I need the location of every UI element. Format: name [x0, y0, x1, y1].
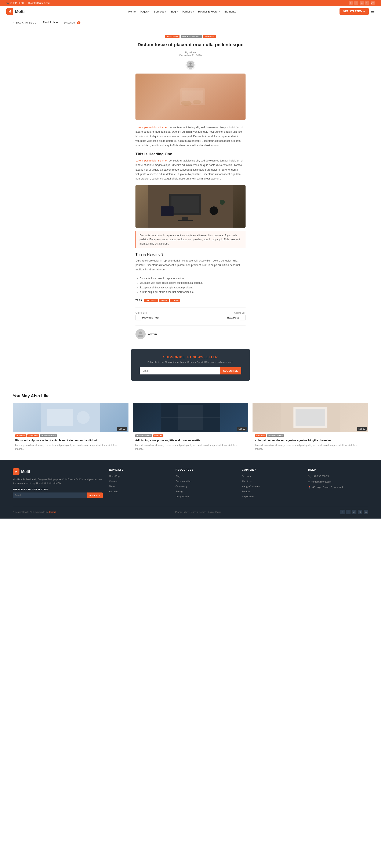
next-post-link[interactable]: Next Post →: [227, 315, 246, 320]
footer-link-happy-customers[interactable]: Happy Customers: [242, 485, 261, 488]
footer-logo-icon: M: [13, 468, 20, 475]
terms-link[interactable]: Terms of Service: [190, 511, 206, 513]
nav-header-footer[interactable]: Header & Footer ▾: [198, 10, 220, 13]
footer-link-portfolio[interactable]: Portfolio: [242, 490, 250, 493]
read-article-tab[interactable]: Read Article: [43, 17, 58, 28]
card-1-image: Dec 22: [13, 403, 129, 432]
newsletter-subscribe-button[interactable]: SUBSCRIBE: [220, 367, 241, 374]
privacy-policy-link[interactable]: Privacy Policy: [175, 511, 188, 513]
post-tag-2[interactable]: IPSUM: [159, 299, 169, 302]
back-to-blog-link[interactable]: ← BACK TO BLOG: [13, 18, 37, 28]
footer-logo: M Molti: [13, 468, 103, 475]
footer-googleplus-icon[interactable]: g+: [358, 510, 362, 514]
person-icon: [187, 62, 194, 68]
next-post-nav: Click to See Next Post →: [227, 312, 246, 320]
link-text-2[interactable]: Lorem ipsum dolor sit amet,: [135, 159, 168, 162]
logo[interactable]: M Molti: [6, 8, 25, 15]
nav-elements[interactable]: Elements: [224, 10, 236, 13]
footer-link-news[interactable]: News: [109, 485, 115, 488]
discussion-count: 0: [77, 22, 80, 24]
footer-navigate-title: NAVIGATE: [109, 468, 169, 471]
footer-navigate-col: NAVIGATE HomePage Careers News Affiliate…: [109, 468, 169, 500]
newsletter-email-input[interactable]: [140, 367, 220, 374]
previous-post-link[interactable]: ← Previous Post: [135, 315, 159, 320]
footer-rss-icon[interactable]: rss: [363, 510, 368, 514]
get-started-button[interactable]: GET STARTED →: [340, 8, 369, 14]
card-1-tags: BUSINESS FEATURED UNCATEGORIZED: [15, 434, 126, 437]
footer-resources-col: RESOURCES Blog Documentation Community P…: [175, 468, 236, 500]
card-2-image: Dec 22: [133, 403, 248, 432]
footer-email: ✉ contact@molti.com: [308, 480, 368, 484]
article-body-2: Lorem ipsum dolor sit amet, consectetur …: [135, 158, 246, 181]
post-tag-3[interactable]: LOREM: [170, 299, 180, 302]
footer-link-pricing[interactable]: Pricing: [175, 490, 183, 493]
footer-company-links: Services About Us Happy Customers Portfo…: [242, 474, 302, 498]
article-image-2: [135, 185, 246, 227]
tag-website: WEBSITE: [203, 35, 216, 38]
post-navigation: Click to See ← Previous Post Click to Se…: [135, 307, 246, 320]
footer-link-careers[interactable]: Careers: [109, 480, 117, 483]
nav-blog[interactable]: Blog ▾: [170, 10, 178, 13]
linkedin-icon[interactable]: in: [360, 1, 363, 5]
footer-link-help-center[interactable]: Help Center: [242, 495, 254, 498]
svg-rect-7: [182, 217, 188, 220]
email: ✉ contact@molti.com: [28, 2, 50, 4]
footer-link-documentation[interactable]: Documentation: [175, 480, 191, 483]
twitter-icon[interactable]: t: [354, 1, 358, 5]
list-item: Duis aute irure dolor in reprehenderit i…: [140, 276, 246, 281]
article-sub-nav: ← BACK TO BLOG Read Article Discussion 0: [0, 17, 381, 28]
nav-services[interactable]: Services ▾: [154, 10, 166, 13]
nav-home[interactable]: Home: [128, 10, 136, 13]
card-3-title: volutpat commodo sed egestas egestas fri…: [255, 438, 366, 442]
footer-twitter-icon[interactable]: t: [346, 510, 350, 514]
card-1-excerpt: Lorem ipsum dolor sit amet, consectetur …: [15, 443, 126, 451]
footer-link-blog[interactable]: Blog: [175, 475, 180, 477]
card-2-tag-2: WEBSITE: [153, 434, 164, 437]
footer-linkedin-icon[interactable]: in: [352, 510, 356, 514]
svg-rect-13: [47, 409, 73, 426]
footer-facebook-icon[interactable]: f: [340, 510, 345, 514]
svg-rect-8: [178, 220, 193, 221]
googleplus-icon[interactable]: g+: [365, 1, 369, 5]
facebook-icon[interactable]: f: [349, 1, 353, 5]
footer-help-col: HELP 📞 +40 892 368 75 ✉ contact@molti.co…: [308, 468, 368, 500]
hamburger-icon[interactable]: ☰: [371, 9, 375, 14]
discussion-tab[interactable]: Discussion 0: [64, 18, 80, 28]
post-tags: TAGS: DOLOR SIT IPSUM LOREM: [135, 299, 246, 302]
article-category-tags: FEATURED UNCATEGORIZED WEBSITE: [135, 35, 246, 38]
footer-resources-title: RESOURCES: [175, 468, 236, 471]
nav-pages[interactable]: Pages ▾: [140, 10, 149, 13]
footer-link-design-case[interactable]: Design Case: [175, 495, 189, 498]
footer-link-affiliates[interactable]: Affiliates: [109, 490, 118, 493]
footer-subscribe-button[interactable]: SUBSCRIBE: [87, 493, 103, 498]
author-avatar-large: [135, 329, 146, 339]
post-tag-1[interactable]: DOLOR SIT: [144, 299, 158, 302]
nav-portfolio[interactable]: Portfolio ▾: [182, 10, 194, 13]
heading-three: This is Heading 3: [135, 253, 246, 256]
newsletter-subtitle: Subscribe to our Newsletter for Latest U…: [140, 361, 241, 364]
newsletter-form: SUBSCRIBE: [140, 367, 241, 374]
cookie-policy-link[interactable]: Cookie Policy: [208, 511, 221, 513]
article-body-1: Lorem ipsum dolor sit amet, consectetur …: [135, 125, 246, 148]
footer-link-about-us[interactable]: About Us: [242, 480, 251, 483]
top-bar: 📞 +1 234 567 8 ✉ contact@molti.com f t i…: [0, 0, 381, 6]
nav-links: Home Pages ▾ Services ▾ Blog ▾ Portfolio…: [128, 10, 236, 13]
author-avatar-small: [186, 60, 195, 69]
prev-label: Click to See: [135, 312, 159, 314]
footer-link-homepage[interactable]: HomePage: [109, 475, 120, 477]
author-person-icon: [137, 331, 144, 338]
heading-one: This is Heading One: [135, 152, 246, 156]
rss-icon[interactable]: rss: [371, 1, 375, 5]
footer-email-input[interactable]: [13, 493, 87, 498]
footer-link-community[interactable]: Community: [175, 485, 187, 488]
previous-post-nav: Click to See ← Previous Post: [135, 312, 159, 320]
card-1-date: Dec 22: [117, 427, 127, 431]
svg-point-10: [210, 207, 218, 215]
footer-made-by: Samar3: [48, 511, 56, 513]
tags-label: TAGS:: [135, 299, 143, 302]
footer-link-services[interactable]: Services: [242, 475, 251, 477]
footer-social-icons: f t in g+ rss: [340, 510, 368, 514]
card-1-tag-2: FEATURED: [27, 434, 39, 437]
logo-icon: M: [6, 8, 13, 15]
link-text-1[interactable]: Lorem ipsum dolor sit amet,: [135, 126, 168, 129]
